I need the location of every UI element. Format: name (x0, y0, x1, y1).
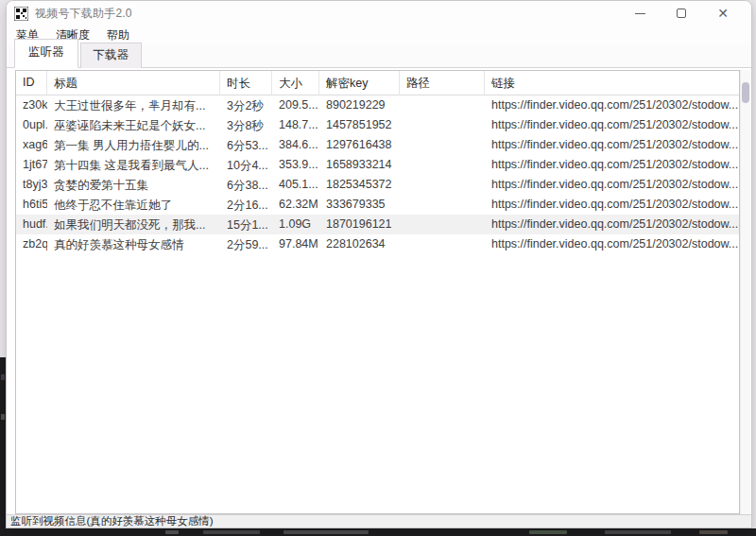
minimize-button[interactable] (619, 1, 661, 26)
cell-title: 第十四集 这是我看到最气人... (47, 155, 220, 175)
taskbar-fragment (605, 530, 671, 534)
cell-id: xag6... (16, 135, 47, 155)
maximize-icon (677, 9, 686, 18)
taskbar-fragment (529, 530, 567, 534)
menubar: 菜单 清晰度 帮助 (7, 26, 751, 44)
cell-size: 1.09G (272, 215, 319, 234)
taskbar-fragment (699, 530, 728, 534)
taskbar-fragment (165, 530, 179, 534)
cell-id: z30k... (16, 95, 47, 115)
table-body: z30k...大王过世很多年，芈月却有...3分2秒209.5...890219… (16, 95, 739, 254)
app-window: 视频号下载助手2.0 ✕ 菜单 清晰度 帮助 监听器 下载器 ID 标题 时长 … (6, 0, 752, 528)
cell-size: 405.1... (272, 175, 319, 195)
cell-title: 如果我们明天都没死，那我... (47, 215, 220, 234)
cell-key: 1457851952 (319, 115, 400, 135)
cell-size: 384.6... (272, 135, 319, 155)
scrollbar-thumb[interactable] (742, 82, 749, 103)
app-icon (14, 7, 28, 21)
cell-id: 1jt67... (16, 155, 47, 175)
status-bar: 监听到视频信息(真的好羡慕这种母女感情) (7, 514, 751, 527)
cell-key: 1658933214 (319, 155, 400, 175)
cell-key: 890219229 (319, 95, 400, 115)
cell-duration: 2分16... (220, 195, 272, 215)
cell-title: 真的好羡慕这种母女感情 (47, 234, 220, 254)
cell-id: t8yj3... (16, 175, 47, 195)
cell-title: 巫婆诬陷未来王妃是个妖女... (47, 115, 220, 135)
cell-path (400, 135, 485, 155)
cell-link: https://finder.video.qq.com/251/20302/st… (485, 95, 739, 115)
cell-link: https://finder.video.qq.com/251/20302/st… (485, 115, 739, 135)
cell-key: 1297616438 (319, 135, 400, 155)
status-text: 监听到视频信息(真的好羡慕这种母女感情) (10, 515, 214, 527)
column-header-key[interactable]: 解密key (319, 71, 400, 95)
backdrop-mark (1, 374, 5, 380)
cell-key: 333679335 (319, 195, 400, 215)
taskbar-fragment (203, 530, 260, 534)
cell-path (400, 195, 485, 215)
vertical-scrollbar[interactable] (740, 70, 750, 514)
column-header-path[interactable]: 路径 (400, 71, 485, 95)
tab-content-pane: ID 标题 时长 大小 解密key 路径 链接 z30k...大王过世很多年，芈… (7, 68, 751, 514)
cell-path (400, 115, 485, 135)
table-row[interactable]: zb2q...真的好羡慕这种母女感情2分59...97.84M228102634… (16, 234, 739, 254)
column-header-size[interactable]: 大小 (272, 71, 319, 95)
cell-duration: 3分2秒 (220, 95, 272, 115)
table-row[interactable]: hudf...如果我们明天都没死，那我...15分1...1.09G187019… (16, 215, 739, 234)
window-title: 视频号下载助手2.0 (35, 6, 132, 22)
tab-downloader[interactable]: 下载器 (80, 43, 143, 68)
cell-path (400, 95, 485, 115)
table-row[interactable]: 0upl...巫婆诬陷未来王妃是个妖女...3分8秒148.7...145785… (16, 115, 739, 135)
cell-id: hudf... (16, 215, 47, 234)
cell-title: 他终于忍不住靠近她了 (47, 195, 220, 215)
window-controls: ✕ (619, 1, 744, 26)
cell-id: 0upl... (16, 115, 47, 135)
cell-id: h6ti5... (16, 195, 47, 215)
cell-key: 228102634 (319, 234, 400, 254)
table-row[interactable]: z30k...大王过世很多年，芈月却有...3分2秒209.5...890219… (16, 95, 739, 115)
cell-title: 第一集 男人用力捂住婴儿的... (47, 135, 220, 155)
cell-size: 62.32M (272, 195, 319, 215)
cell-path (400, 215, 485, 234)
background-taskbar-strip (0, 528, 756, 536)
minimize-icon (635, 13, 645, 14)
cell-duration: 15分1... (220, 215, 272, 234)
tab-downloader-label: 下载器 (94, 48, 129, 61)
cell-duration: 2分59... (220, 234, 272, 254)
cell-path (400, 175, 485, 195)
close-button[interactable]: ✕ (702, 1, 744, 26)
column-header-link[interactable]: 链接 (485, 71, 739, 95)
menu-item-help[interactable]: 帮助 (107, 27, 129, 43)
table-row[interactable]: xag6...第一集 男人用力捂住婴儿的...6分53...384.6...12… (16, 135, 739, 155)
table-header: ID 标题 时长 大小 解密key 路径 链接 (16, 71, 739, 95)
tab-listener-label: 监听器 (28, 45, 64, 59)
cell-link: https://finder.video.qq.com/251/20302/st… (485, 195, 739, 215)
cell-size: 148.7... (272, 115, 319, 135)
column-header-id[interactable]: ID (16, 71, 47, 95)
tab-listener[interactable]: 监听器 (14, 39, 78, 68)
cell-path (400, 234, 485, 254)
cell-key: 1825345372 (319, 175, 400, 195)
cell-duration: 6分38... (220, 175, 272, 195)
cell-path (400, 155, 485, 175)
cell-title: 贪婪的爱第十五集 (47, 175, 220, 195)
cell-link: https://finder.video.qq.com/251/20302/st… (485, 155, 739, 175)
table-row[interactable]: t8yj3...贪婪的爱第十五集6分38...405.1...182534537… (16, 175, 739, 195)
tabstrip: 监听器 下载器 (7, 44, 751, 68)
video-table: ID 标题 时长 大小 解密key 路径 链接 z30k...大王过世很多年，芈… (15, 70, 740, 514)
table-row[interactable]: h6ti5...他终于忍不住靠近她了2分16...62.32M333679335… (16, 195, 739, 215)
cell-duration: 6分53... (220, 135, 272, 155)
cell-size: 209.5... (272, 95, 319, 115)
maximize-button[interactable] (661, 1, 702, 26)
cell-duration: 3分8秒 (220, 115, 272, 135)
column-header-title[interactable]: 标题 (47, 71, 220, 95)
titlebar: 视频号下载助手2.0 ✕ (7, 1, 751, 26)
table-row[interactable]: 1jt67...第十四集 这是我看到最气人...10分4...353.9...1… (16, 155, 739, 175)
cell-link: https://finder.video.qq.com/251/20302/st… (485, 175, 739, 195)
column-header-duration[interactable]: 时长 (220, 71, 272, 95)
cell-link: https://finder.video.qq.com/251/20302/st… (485, 234, 739, 254)
cell-link: https://finder.video.qq.com/251/20302/st… (485, 215, 739, 234)
taskbar-fragment (284, 530, 369, 534)
cell-id: zb2q... (16, 234, 47, 254)
cell-link: https://finder.video.qq.com/251/20302/st… (485, 135, 739, 155)
cell-title: 大王过世很多年，芈月却有... (47, 95, 220, 115)
